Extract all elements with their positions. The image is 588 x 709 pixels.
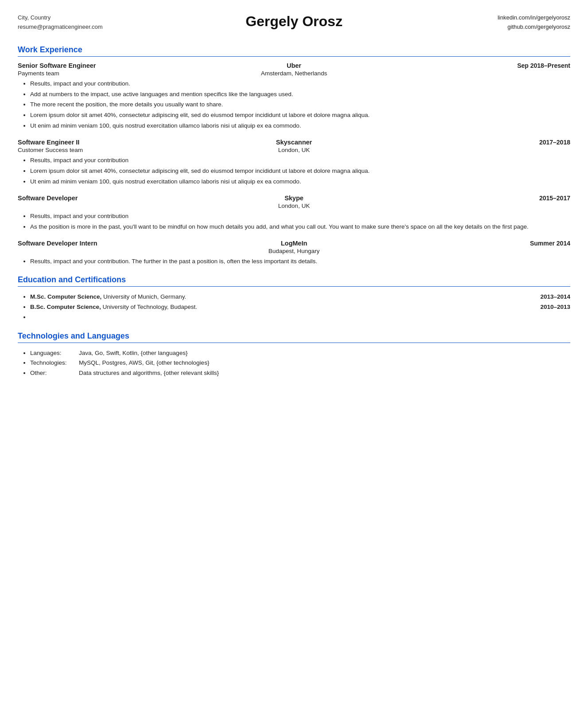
job-title-skyscanner: Software Engineer II [18,139,202,146]
job-title-skype: Software Developer [18,195,202,202]
list-item: Lorem ipsum dolor sit amet 40%, consecte… [30,167,570,176]
edu-degree-rest-bsc: University of Technology, Budapest. [101,304,197,310]
edu-degree-rest-msc: University of Munich, Germany. [101,293,186,300]
job-title-uber: Senior Software Engineer [18,62,202,69]
job-date-logmein: Summer 2014 [386,240,570,247]
list-item [30,312,570,323]
header-email: resume@pragmaticengineer.com [18,23,245,32]
job-subheader-skype: London, UK [18,203,570,209]
job-bullets-skype: Results, impact and your contribution As… [30,212,570,232]
job-subheader-uber: Payments team Amsterdam, Netherlands [18,70,570,77]
job-entry-skyscanner: Software Engineer II Skyscanner 2017–201… [18,139,570,187]
education-divider [18,286,570,287]
edu-item-bsc: B.Sc. Computer Science, University of Te… [30,302,570,312]
list-item: Results, impact and your contribution. T… [30,257,570,266]
job-team-logmein [18,248,202,254]
edu-degree-empty [30,312,561,323]
tech-label-languages: Languages: [30,348,79,358]
job-subheader-skyscanner: Customer Success team London, UK [18,147,570,153]
list-item: Results, impact and your contribution [30,156,570,165]
job-date-uber: Sep 2018–Present [386,62,570,69]
job-bullets-skyscanner: Results, impact and your contribution Lo… [30,156,570,187]
list-item: Ut enim ad minim veniam 100, quis nostru… [30,121,570,131]
job-company-skyscanner: Skyscanner [202,139,386,146]
job-date-skype: 2015–2017 [386,195,570,202]
tech-item-languages: Languages: Java, Go, Swift, Kotlin, {oth… [30,348,570,358]
tech-value-languages: Java, Go, Swift, Kotlin, {other language… [79,348,570,358]
job-entry-skype: Software Developer Skype 2015–2017 Londo… [18,195,570,232]
tech-value-technologies: MySQL, Postgres, AWS, Git, {other techno… [79,358,570,368]
header-contact-left: City, Country resume@pragmaticengineer.c… [18,13,245,32]
github-link[interactable]: github.com/gergelyorosz [343,23,570,32]
tech-item-other: Other: Data structures and algorithms, {… [30,368,570,378]
job-bullets-uber: Results, impact and your contribution. A… [30,79,570,131]
job-bullets-logmein: Results, impact and your contribution. T… [30,257,570,266]
job-header-skyscanner: Software Engineer II Skyscanner 2017–201… [18,139,570,146]
list-item: Results, impact and your contribution. [30,79,570,89]
job-subheader-logmein: Budapest, Hungary [18,248,570,254]
edu-degree-bold-bsc: B.Sc. Computer Science, [30,304,101,310]
job-date-skyscanner: 2017–2018 [386,139,570,146]
job-team-skype [18,203,202,209]
work-experience-title: Work Experience [18,45,570,55]
candidate-name: Gergely Orosz [245,13,343,30]
job-team-skyscanner: Customer Success team [18,147,202,153]
technologies-divider [18,343,570,343]
list-item: Ut enim ad minim veniam 100, quis nostru… [30,177,570,187]
job-company-logmein: LogMeIn [202,240,386,247]
edu-item-msc: M.Sc. Computer Science, University of Mu… [30,292,570,302]
job-location-logmein: Budapest, Hungary [202,248,386,254]
job-location-uber: Amsterdam, Netherlands [202,70,386,77]
linkedin-link[interactable]: linkedin.com/in/gergelyorosz [343,13,570,23]
tech-label-other: Other: [30,368,79,378]
edu-degree-bold-msc: M.Sc. Computer Science, [30,293,101,300]
job-header-skype: Software Developer Skype 2015–2017 [18,195,570,202]
list-item: M.Sc. Computer Science, University of Mu… [30,292,570,302]
tech-label-technologies: Technologies: [30,358,79,368]
tech-item-technologies: Technologies: MySQL, Postgres, AWS, Git,… [30,358,570,368]
edu-degree-msc: M.Sc. Computer Science, University of Mu… [30,292,531,302]
education-title: Education and Certifications [18,275,570,284]
list-item: Add at numbers to the impact, use active… [30,90,570,99]
edu-year-msc: 2013–2014 [540,292,570,302]
resume-header: City, Country resume@pragmaticengineer.c… [18,13,570,32]
job-team-uber: Payments team [18,70,202,77]
work-experience-divider [18,56,570,57]
job-entry-uber: Senior Software Engineer Uber Sep 2018–P… [18,62,570,131]
list-item: Lorem ipsum dolor sit amet 40%, consecte… [30,111,570,120]
technologies-section: Technologies and Languages Languages: Ja… [18,331,570,379]
education-list: M.Sc. Computer Science, University of Mu… [30,292,570,323]
tech-value-other: Data structures and algorithms, {other r… [79,368,570,378]
header-links: linkedin.com/in/gergelyorosz github.com/… [343,13,570,32]
list-item: As the position is more in the past, you… [30,222,570,232]
edu-item-empty [30,312,570,323]
job-title-logmein: Software Developer Intern [18,240,202,247]
list-item: Languages: Java, Go, Swift, Kotlin, {oth… [30,348,570,358]
list-item: Results, impact and your contribution [30,212,570,221]
list-item: Other: Data structures and algorithms, {… [30,368,570,378]
list-item: The more recent the position, the more d… [30,100,570,109]
technologies-title: Technologies and Languages [18,331,570,341]
work-experience-section: Work Experience Senior Software Engineer… [18,45,570,266]
list-item: B.Sc. Computer Science, University of Te… [30,302,570,312]
list-item: Technologies: MySQL, Postgres, AWS, Git,… [30,358,570,368]
job-header-uber: Senior Software Engineer Uber Sep 2018–P… [18,62,570,69]
education-section: Education and Certifications M.Sc. Compu… [18,275,570,323]
job-location-skype: London, UK [202,203,386,209]
technologies-list: Languages: Java, Go, Swift, Kotlin, {oth… [30,348,570,379]
job-location-skyscanner: London, UK [202,147,386,153]
job-company-skype: Skype [202,195,386,202]
header-city: City, Country [18,13,245,23]
job-entry-logmein: Software Developer Intern LogMeIn Summer… [18,240,570,266]
header-name-block: Gergely Orosz [245,13,343,30]
edu-year-bsc: 2010–2013 [540,302,570,312]
job-company-uber: Uber [202,62,386,69]
edu-degree-bsc: B.Sc. Computer Science, University of Te… [30,302,531,312]
job-header-logmein: Software Developer Intern LogMeIn Summer… [18,240,570,247]
